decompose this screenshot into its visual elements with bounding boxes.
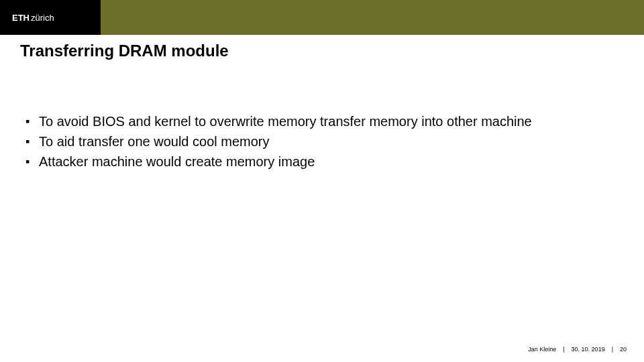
- footer-date: 30. 10. 2019: [572, 346, 605, 353]
- footer-page: 20: [620, 346, 627, 353]
- slide: ETH zürich Transferring DRAM module ▪ To…: [0, 0, 644, 362]
- footer-author: Jan Kleine: [528, 346, 556, 353]
- logo-zurich-text: zürich: [31, 13, 54, 23]
- bullet-icon: ▪: [24, 153, 39, 170]
- footer-separator: |: [563, 346, 564, 353]
- bullet-text: To avoid BIOS and kernel to overwrite me…: [39, 113, 532, 130]
- footer-separator: |: [612, 346, 613, 353]
- top-bar: ETH zürich: [0, 0, 644, 35]
- slide-title: Transferring DRAM module: [20, 42, 229, 60]
- body-content: ▪ To avoid BIOS and kernel to overwrite …: [24, 113, 617, 173]
- accent-bar: [101, 0, 644, 35]
- footer: Jan Kleine | 30. 10. 2019 | 20: [528, 346, 627, 353]
- bullet-text: Attacker machine would create memory ima…: [39, 153, 315, 170]
- logo-eth-text: ETH: [12, 13, 30, 23]
- bullet-icon: ▪: [24, 113, 39, 130]
- bullet-icon: ▪: [24, 133, 39, 150]
- logo-area: ETH zürich: [0, 0, 101, 35]
- list-item: ▪ Attacker machine would create memory i…: [24, 153, 617, 170]
- bullet-text: To aid transfer one would cool memory: [39, 133, 270, 150]
- list-item: ▪ To avoid BIOS and kernel to overwrite …: [24, 113, 617, 130]
- list-item: ▪ To aid transfer one would cool memory: [24, 133, 617, 150]
- eth-logo: ETH zürich: [12, 13, 54, 23]
